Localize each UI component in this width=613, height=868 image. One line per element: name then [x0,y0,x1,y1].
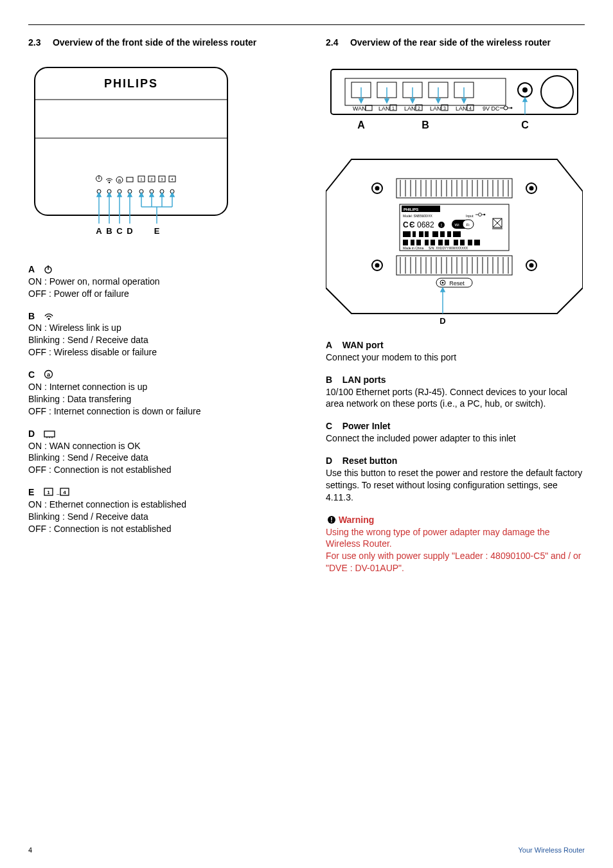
svg-text:WAN: WAN [353,105,366,112]
svg-text:2: 2 [418,106,420,111]
item-letter: D [28,428,40,440]
item-line: Blinking : Data transfering [28,393,287,405]
rear-item-C: C Power Inlet Connect the included power… [326,420,585,445]
item-line: ON : Wireless link is up [28,322,287,334]
item-line: ON : WAN connection is OK [28,440,287,452]
svg-point-5 [109,182,110,183]
svg-text:!: ! [441,223,442,227]
svg-text:4: 4 [63,490,66,495]
section-number: 2.4 [326,37,348,49]
wifi-icon [44,312,54,321]
svg-text:Wi: Wi [455,223,459,227]
svg-text:C: C [116,226,123,236]
svg-text:C: C [403,220,409,229]
warning-block: ! Warning Using the wrong type of power … [326,514,585,574]
section-title: Overview of the rear side of the wireles… [350,37,551,48]
item-letter: A [28,263,40,276]
wan-icon [44,430,55,438]
item-line: OFF : Wireless disable or failure [28,346,287,359]
svg-rect-175 [458,240,460,245]
svg-text:0682: 0682 [417,220,434,229]
svg-rect-169 [414,240,416,245]
svg-text:PHILIPS: PHILIPS [404,208,418,211]
svg-marker-96 [411,99,414,103]
svg-text:3: 3 [161,177,163,181]
svg-text:3: 3 [443,106,446,111]
rear-item-A: A WAN port Connect your modem to this po… [326,339,585,364]
svg-text:a: a [118,177,121,183]
svg-text:Є: Є [409,220,415,229]
svg-point-135 [375,263,380,267]
item-text: Use this button to reset the power and r… [326,467,585,504]
item-line: OFF : Power off or failure [28,288,287,300]
svg-text:S/N: XXDDYYWWXXXXXX: S/N: XXDDYYWWXXXXXX [429,246,468,250]
item-letter: C [28,369,40,381]
svg-text:D: D [440,316,445,326]
svg-rect-53 [44,431,55,437]
svg-rect-164 [438,231,440,237]
svg-rect-173 [443,240,445,245]
section-heading-2-3: 2.3 Overview of the front side of the wi… [28,37,287,49]
svg-marker-28 [107,193,111,197]
warning-icon: ! [327,515,336,524]
svg-point-87 [504,106,508,110]
item-line: ON : Internet connection is up [28,381,287,393]
item-line: Blinking : Send / Receive data [28,334,287,346]
svg-rect-176 [465,240,468,245]
svg-marker-30 [118,193,121,197]
svg-text:D: D [127,226,132,236]
svg-marker-100 [462,99,466,103]
svg-text:B: B [422,120,429,130]
svg-point-142 [479,213,482,216]
svg-marker-38 [160,193,164,197]
svg-text:LAN: LAN [404,105,416,112]
svg-text:A: A [96,226,102,236]
item-title: Reset button [342,456,398,466]
rear-label-figure: PHILIPS Model: SNB5600/XX Input: C Є 068… [326,153,585,326]
svg-rect-160 [411,231,413,237]
svg-marker-102 [523,98,527,102]
chapter-footer: Your Wireless Router [518,846,585,855]
svg-point-90 [511,107,512,109]
item-text: 10/100 Ethernet ports (RJ-45). Connect d… [326,386,585,411]
rear-item-B: B LAN ports 10/100 Ethernet ports (RJ-45… [326,374,585,411]
front-item-A: A ON : Power on, normal operation OFF : … [28,263,287,300]
item-title: LAN ports [342,375,386,385]
svg-text:C: C [521,120,529,130]
item-line: OFF : Connection is not established [28,523,287,535]
item-line: ON : Power on, normal operation [28,276,287,288]
svg-rect-162 [423,231,425,237]
svg-text:Model: SNB5600/XX: Model: SNB5600/XX [403,214,433,218]
svg-text:1: 1 [47,490,50,495]
item-line: Blinking : Send / Receive data [28,511,287,523]
item-line: OFF : Internet connection is down or fai… [28,405,287,418]
warning-title: Warning [339,515,374,525]
svg-rect-163 [429,231,432,237]
warning-text: Using the wrong type of power adapter ma… [326,526,585,551]
svg-text:a: a [47,371,51,378]
svg-text:4: 4 [469,106,472,111]
item-text: Connect the included power adapter to th… [326,432,585,445]
svg-point-205 [442,281,444,283]
svg-text:B: B [106,226,112,236]
rear-item-D: D Reset button Use this button to reset … [326,455,585,504]
section-number: 2.3 [28,37,50,49]
svg-text:Made in China: Made in China [403,246,423,250]
svg-text:Fi: Fi [466,223,470,227]
svg-point-70 [522,87,528,93]
svg-point-71 [541,76,573,108]
svg-text:Input:: Input: [466,214,474,218]
svg-rect-8 [127,177,133,182]
svg-marker-40 [170,193,174,197]
section-title: Overview of the front side of the wirele… [53,37,256,48]
item-letter: D [326,455,337,467]
item-letter: B [28,310,40,323]
svg-marker-36 [150,193,154,197]
front-item-D: D ON : WAN connection is OK Blinking : S… [28,428,287,477]
power-icon [44,265,53,274]
svg-point-133 [375,186,380,190]
svg-text:A: A [357,120,365,130]
svg-point-134 [529,186,534,190]
svg-rect-161 [416,231,419,237]
svg-rect-73 [366,105,372,111]
